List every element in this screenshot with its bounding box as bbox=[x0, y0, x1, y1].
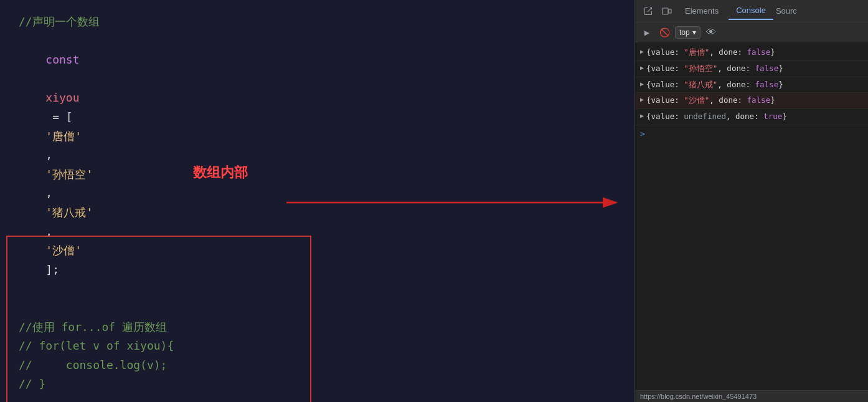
tab-sources-partial[interactable]: Sourc bbox=[776, 6, 797, 16]
code-line-3: //使用 for...of 遍历数组 bbox=[19, 318, 616, 337]
devtools-tabs-bar: Elements Console Sourc bbox=[635, 0, 868, 22]
annotation-label: 数组内部 bbox=[193, 163, 248, 182]
context-selector[interactable]: top ▾ bbox=[675, 26, 701, 39]
context-label: top bbox=[679, 28, 690, 37]
code-line-5: // console.log(v); bbox=[19, 356, 616, 375]
expand-triangle-4: ▶ bbox=[640, 96, 644, 103]
console-text-2: {value: "孙悟空", done: false} bbox=[646, 63, 863, 75]
console-row-3[interactable]: ▶ {value: "猪八戒", done: false} bbox=[635, 77, 868, 93]
svg-rect-3 bbox=[669, 9, 671, 13]
run-icon[interactable]: ▶ bbox=[640, 26, 654, 39]
console-row-1[interactable]: ▶ {value: "唐僧", done: false} bbox=[635, 45, 868, 61]
console-row-4[interactable]: ▶ {value: "沙僧", done: false} bbox=[635, 93, 868, 109]
expand-triangle-1: ▶ bbox=[640, 48, 644, 55]
code-line-1: //声明一个数组 bbox=[19, 12, 616, 32]
console-text-1: {value: "唐僧", done: false} bbox=[646, 47, 863, 59]
tab-elements[interactable]: Elements bbox=[677, 2, 726, 19]
expand-triangle-3: ▶ bbox=[640, 80, 644, 87]
clear-icon[interactable]: 🚫 bbox=[658, 26, 671, 39]
code-panel: //声明一个数组 const xiyou = [ '唐僧' , '孙悟空' , … bbox=[0, 0, 634, 402]
expand-triangle-2: ▶ bbox=[640, 64, 644, 71]
expand-triangle-5: ▶ bbox=[640, 112, 644, 119]
console-row-2[interactable]: ▶ {value: "孙悟空", done: false} bbox=[635, 61, 868, 77]
devtools-footer: https://blog.csdn.net/weixin_45491473 bbox=[635, 390, 868, 402]
tab-console[interactable]: Console bbox=[729, 2, 773, 20]
svg-rect-2 bbox=[663, 8, 668, 14]
devtools-toolbar: ▶ 🚫 top ▾ 👁 bbox=[635, 22, 868, 42]
code-line-empty1 bbox=[19, 299, 616, 318]
code-line-2: const xiyou = [ '唐僧' , '孙悟空' , '猪八戒' , '… bbox=[19, 32, 616, 299]
code-line-6: // } bbox=[19, 375, 616, 394]
inspector-icon[interactable] bbox=[640, 3, 656, 19]
console-prompt[interactable]: > bbox=[635, 125, 868, 142]
eye-icon[interactable]: 👁 bbox=[704, 26, 718, 39]
context-dropdown-arrow: ▾ bbox=[692, 28, 696, 37]
devtools-panel: Elements Console Sourc ▶ 🚫 top ▾ 👁 ▶ {va… bbox=[634, 0, 868, 402]
device-toggle-icon[interactable] bbox=[659, 3, 675, 19]
console-output: ▶ {value: "唐僧", done: false} ▶ {value: "… bbox=[635, 42, 868, 390]
code-line-empty2 bbox=[19, 394, 616, 402]
console-row-5[interactable]: ▶ {value: undefined, done: true} bbox=[635, 109, 868, 125]
code-line-4: // for(let v of xiyou){ bbox=[19, 337, 616, 356]
console-text-5: {value: undefined, done: true} bbox=[646, 111, 863, 123]
console-text-3: {value: "猪八戒", done: false} bbox=[646, 79, 863, 91]
console-text-4: {value: "沙僧", done: false} bbox=[646, 95, 863, 107]
